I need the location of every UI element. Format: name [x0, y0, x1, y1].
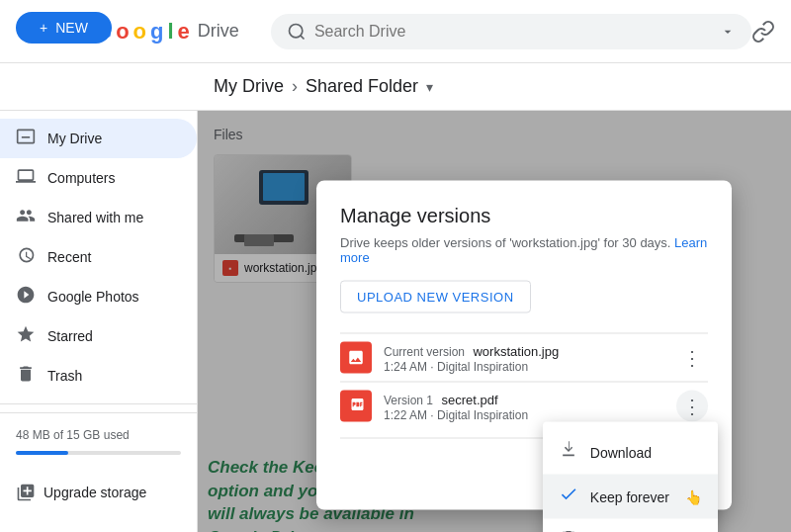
current-version-name: Current version workstation.jpg [384, 342, 676, 360]
dialog-subtitle: Drive keeps older versions of 'workstati… [340, 235, 708, 265]
current-version-info: Current version workstation.jpg 1:24 AM … [384, 342, 676, 374]
context-menu-keep-forever[interactable]: Keep forever 👆 [543, 475, 718, 519]
breadcrumb: My Drive › Shared Folder ▾ [214, 76, 433, 97]
sidebar-item-my-drive[interactable]: My Drive [0, 119, 197, 158]
upgrade-storage-button[interactable]: Upgrade storage [0, 475, 197, 510]
v1-version-meta: 1:22 AM · Digital Inspiration [384, 408, 676, 422]
cursor-pointer-icon: 👆 [685, 488, 702, 504]
new-button[interactable]: + NEW [16, 12, 112, 44]
recent-icon [16, 245, 36, 270]
version-row-v1: Version 1 secret.pdf 1:22 AM · Digital I… [340, 382, 708, 430]
download-label: Download [590, 444, 652, 460]
breadcrumb-dropdown-icon[interactable]: ▾ [426, 79, 433, 95]
my-drive-icon [16, 127, 36, 151]
sidebar-label-starred: Starred [47, 328, 93, 344]
sidebar-label-my-drive: My Drive [47, 131, 102, 146]
context-menu: Download Keep forever 👆 Delete [543, 422, 718, 533]
breadcrumb-current: Shared Folder [306, 76, 418, 97]
sidebar-label-computers: Computers [47, 170, 115, 186]
trash-icon [16, 364, 36, 389]
search-icon [287, 22, 307, 42]
upload-new-version-button[interactable]: UPLOAD NEW VERSION [340, 281, 531, 313]
sidebar-item-recent[interactable]: Recent [0, 237, 197, 277]
current-version-menu-button[interactable]: ⋮ [676, 342, 708, 374]
v1-version-info: Version 1 secret.pdf 1:22 AM · Digital I… [384, 391, 676, 422]
sidebar-item-starred[interactable]: Starred [0, 316, 197, 356]
sidebar-item-photos[interactable]: Google Photos [0, 277, 197, 316]
app-body: My Drive Computers Shared with me Recent… [0, 111, 791, 532]
starred-icon [16, 324, 36, 349]
sidebar-label-trash: Trash [47, 368, 82, 384]
storage-section: 48 MB of 15 GB used [0, 412, 197, 475]
sidebar-item-computers[interactable]: Computers [0, 158, 197, 198]
dropdown-icon [720, 24, 736, 40]
delete-icon [559, 529, 578, 533]
new-button-label: NEW [55, 20, 88, 36]
sidebar-label-photos: Google Photos [47, 289, 139, 305]
v1-version-icon [340, 391, 372, 422]
current-version-icon [340, 342, 372, 374]
dialog-subtitle-text: Drive keeps older versions of 'workstati… [340, 235, 670, 250]
context-menu-download[interactable]: Download [543, 430, 718, 475]
main-content: Files ▪ workstation.jpg Check the Keep F… [198, 111, 791, 532]
version-row-current: Current version workstation.jpg 1:24 AM … [340, 333, 708, 382]
sidebar-label-shared: Shared with me [47, 210, 143, 225]
subheader: My Drive › Shared Folder ▾ [0, 63, 791, 111]
link-icon [751, 20, 775, 44]
search-bar[interactable] [271, 14, 751, 49]
storage-text: 48 MB of 15 GB used [16, 428, 130, 442]
google-drive-logo: Google Drive [95, 19, 239, 44]
svg-point-0 [289, 24, 302, 37]
keep-forever-label: Keep forever [590, 488, 669, 504]
breadcrumb-separator: › [292, 76, 298, 97]
upgrade-icon [16, 483, 36, 502]
check-icon [559, 485, 578, 509]
sidebar-item-shared[interactable]: Shared with me [0, 198, 197, 237]
dialog-title: Manage versions [340, 205, 708, 227]
storage-bar-fill [16, 451, 68, 455]
upgrade-label: Upgrade storage [44, 485, 146, 500]
search-input[interactable] [314, 23, 712, 41]
context-menu-delete[interactable]: Delete [543, 519, 718, 533]
manage-versions-dialog: Manage versions Drive keeps older versio… [316, 181, 732, 510]
shared-icon [16, 206, 36, 230]
app-header: + NEW Google Drive [0, 0, 791, 63]
v1-version-menu-button[interactable]: ⋮ [676, 391, 708, 422]
sidebar-item-trash[interactable]: Trash [0, 356, 197, 396]
computers-icon [16, 166, 36, 191]
header-right [751, 20, 775, 44]
sidebar-label-recent: Recent [47, 249, 91, 265]
photos-icon [16, 285, 36, 310]
drive-wordmark: Drive [198, 21, 239, 42]
download-icon [559, 440, 578, 465]
storage-bar-bg [16, 451, 181, 455]
breadcrumb-root[interactable]: My Drive [214, 76, 284, 97]
sidebar: My Drive Computers Shared with me Recent… [0, 111, 198, 532]
plus-icon: + [40, 20, 47, 36]
current-version-meta: 1:24 AM · Digital Inspiration [384, 360, 676, 374]
v1-version-name: Version 1 secret.pdf [384, 391, 676, 408]
